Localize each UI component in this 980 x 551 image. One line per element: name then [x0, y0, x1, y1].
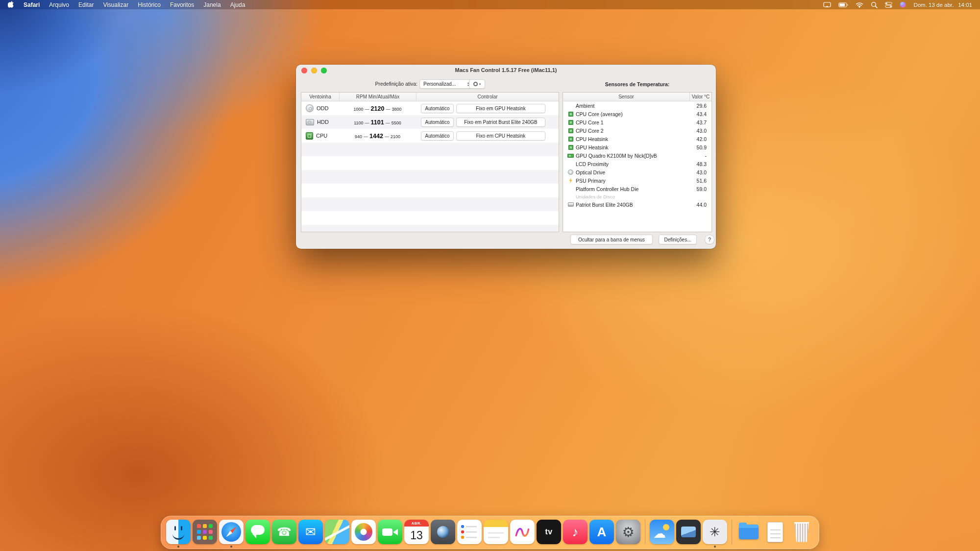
fan-row-cpu: CPU 940—1442—2100 Automático Fixo em CPU… — [301, 129, 559, 143]
auto-mode-button[interactable]: Automático — [421, 118, 454, 127]
fan-rpm: 1000—2120—3800 — [339, 104, 416, 113]
dock-system-settings-icon[interactable]: ⚙ — [616, 520, 640, 544]
ssd-drive-icon — [568, 202, 574, 207]
music-note-icon: ♪ — [572, 525, 579, 540]
menu-janela[interactable]: Janela — [203, 1, 220, 8]
sensor-row-gpu-heatsink[interactable]: GPU Heatsink 50.9 — [563, 143, 711, 151]
sensor-row-cpu-core-2[interactable]: CPU Core 2 43.0 — [563, 126, 711, 135]
control-center-icon[interactable] — [885, 2, 892, 8]
dock-calendar-icon[interactable]: ABR. 13 — [404, 520, 429, 544]
dock-launchpad-icon[interactable] — [193, 520, 217, 544]
screen-mirroring-icon[interactable] — [823, 2, 831, 8]
dock-separator — [645, 520, 645, 544]
sensor-row-lcd-proximity[interactable]: LCD Proximity 48.3 — [563, 160, 711, 168]
siri-icon[interactable] — [900, 1, 906, 8]
sensor-row-gpu-quadro[interactable]: GPU Quadro K2100M by Nick[D]vB - — [563, 151, 711, 160]
cpu-chip-icon — [306, 132, 313, 140]
window-titlebar[interactable]: Macs Fan Control 1.5.17 Free (iMac11,1) — [296, 65, 716, 76]
dock-music-icon[interactable]: ♪ — [563, 520, 588, 544]
dock-photos-icon[interactable] — [351, 520, 376, 544]
sensor-row-optical-drive[interactable]: Optical Drive 43.0 — [563, 168, 711, 176]
sensor-row-psu-primary[interactable]: PSU Primary 51.6 — [563, 176, 711, 185]
fan-name: HDD — [317, 119, 329, 125]
dock-weather-icon[interactable]: ☁ — [650, 520, 674, 544]
dock-finder-icon[interactable] — [166, 520, 191, 544]
dock-separator — [732, 520, 732, 544]
phone-icon: ☎ — [277, 525, 292, 539]
dock-reminders-icon[interactable] — [457, 520, 482, 544]
folder-icon — [739, 525, 759, 539]
dock-app-store-icon[interactable]: A — [589, 520, 614, 544]
sensors-table-body: Ambient 29.6 CPU Core (average) 43.4 CPU… — [563, 101, 711, 232]
dock-notes-icon[interactable] — [484, 520, 508, 544]
menu-app-name[interactable]: Safari — [24, 1, 40, 8]
calendar-month: ABR. — [404, 520, 429, 527]
freeform-squiggle-icon — [514, 523, 531, 541]
col-controlar: Controlar — [416, 93, 559, 101]
dock-mail-icon[interactable]: ✉ — [298, 520, 323, 544]
dock-maps-icon[interactable] — [325, 520, 349, 544]
dock-whatsapp-icon[interactable]: ☎ — [272, 520, 296, 544]
spotlight-icon[interactable] — [871, 1, 878, 8]
tv-label: tv — [545, 527, 552, 536]
cpu-chip-icon — [568, 120, 573, 125]
custom-mode-button[interactable]: Fixo em CPU Heatsink — [456, 131, 545, 141]
dock-documents-stack-icon[interactable] — [763, 520, 787, 544]
dock-downloads-folder-icon[interactable] — [736, 520, 761, 544]
chevron-down-icon: ▾ — [479, 82, 481, 86]
clock-date: Dom. 13 de abr. — [913, 2, 954, 8]
preset-dropdown[interactable]: Personalizad... ▲▼ — [419, 79, 472, 89]
gpu-chip-icon — [568, 145, 573, 150]
custom-mode-button[interactable]: Fixo em Patriot Burst Elite 240GB — [456, 118, 545, 127]
col-valor: Valor °C — [689, 93, 711, 101]
menu-visualizar[interactable]: Visualizar — [103, 1, 128, 8]
power-lightning-icon — [568, 178, 573, 183]
sensor-row-ambient[interactable]: Ambient 29.6 — [563, 101, 711, 110]
dock-macs-fan-control-icon[interactable]: ✳ — [703, 520, 727, 544]
sensor-row-patriot-ssd[interactable]: Patriot Burst Elite 240GB 44.0 — [563, 200, 711, 209]
custom-mode-button[interactable]: Fixo em GPU Heatsink — [456, 104, 545, 113]
dock-safari-icon[interactable] — [219, 520, 244, 544]
gpu-board-icon — [567, 154, 574, 158]
auto-mode-button[interactable]: Automático — [421, 104, 454, 113]
envelope-icon: ✉ — [305, 525, 316, 540]
sensor-row-platform-controller-hub[interactable]: Platform Controller Hub Die 59.0 — [563, 185, 711, 193]
apple-menu[interactable] — [8, 0, 14, 9]
settings-button[interactable]: Definições... — [659, 235, 697, 244]
sensor-row-cpu-core-average[interactable]: CPU Core (average) 43.4 — [563, 110, 711, 118]
preset-actions-menu-button[interactable]: ▾ — [469, 79, 485, 89]
battery-icon[interactable] — [838, 2, 848, 7]
menu-favoritos[interactable]: Favoritos — [170, 1, 194, 8]
wifi-icon[interactable] — [856, 2, 863, 8]
sensor-row-cpu-core-1[interactable]: CPU Core 1 43.7 — [563, 118, 711, 126]
auto-mode-button[interactable]: Automático — [421, 131, 454, 141]
help-button[interactable]: ? — [705, 235, 714, 244]
dock-facetime-icon[interactable] — [378, 520, 402, 544]
desktop-wallpaper: Safari Arquivo Editar Visualizar Históri… — [0, 0, 980, 551]
fan-row-odd: ODD 1000—2120—3800 Automático Fixo em GP… — [301, 101, 559, 115]
dock-apple-tv-icon[interactable]: tv — [537, 520, 561, 544]
sensor-group-disks: Unidades de Disco — [563, 193, 711, 200]
menu-editar[interactable]: Editar — [78, 1, 94, 8]
dock-messages-icon[interactable] — [245, 520, 270, 544]
menu-historico[interactable]: Histórico — [138, 1, 161, 8]
dock-freeform-icon[interactable] — [510, 520, 535, 544]
dock-image-viewer-icon[interactable] — [676, 520, 701, 544]
col-rpm: RPM Min/Atual/Máx — [339, 93, 416, 101]
hide-to-menubar-button[interactable]: Ocultar para a barra de menus — [570, 235, 653, 244]
dock-photo-booth-icon[interactable] — [431, 520, 455, 544]
sensor-row-cpu-heatsink[interactable]: CPU Heatsink 42.0 — [563, 135, 711, 143]
action-donut-icon — [473, 82, 478, 86]
cpu-chip-icon — [568, 137, 573, 142]
col-ventoinha: Ventoinha — [301, 93, 339, 101]
cloud-icon: ☁ — [653, 526, 666, 541]
preset-label: Predefinição ativa: — [365, 81, 417, 87]
optical-disc-icon — [568, 169, 573, 175]
dock-trash-icon[interactable] — [789, 520, 814, 544]
menu-clock[interactable]: Dom. 13 de abr. 14:01 — [913, 2, 972, 8]
running-indicator — [230, 546, 232, 548]
menu-ajuda[interactable]: Ajuda — [230, 1, 245, 8]
menu-arquivo[interactable]: Arquivo — [49, 1, 69, 8]
optical-disc-icon — [306, 104, 314, 112]
fans-table-header: Ventoinha RPM Min/Atual/Máx Controlar — [301, 93, 559, 101]
